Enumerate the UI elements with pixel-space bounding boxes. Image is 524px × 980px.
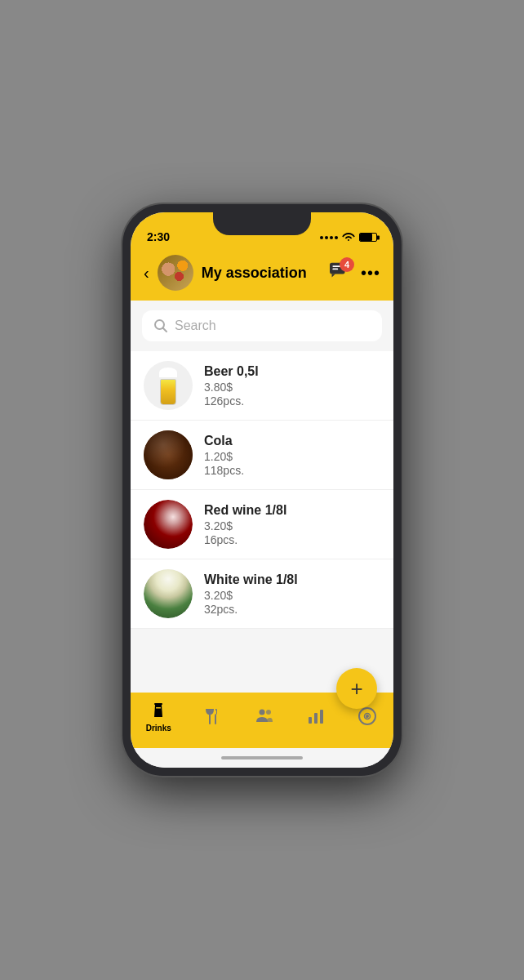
status-icons (320, 231, 377, 243)
svg-point-8 (259, 710, 264, 715)
svg-rect-3 (332, 269, 338, 270)
product-price: 3.20$ (204, 589, 380, 602)
chat-button[interactable]: 4 (328, 262, 349, 283)
list-item[interactable]: Cola 1.20$ 118pcs. (131, 421, 393, 490)
nav-item-members[interactable] (254, 706, 275, 727)
svg-line-5 (163, 328, 167, 332)
phone-screen: 2:30 ‹ My association (131, 212, 393, 768)
notch (213, 212, 311, 235)
avatar (158, 255, 193, 291)
phone-frame: 2:30 ‹ My association (122, 204, 402, 776)
battery-icon (359, 233, 377, 242)
nav-item-stats[interactable] (305, 706, 326, 727)
product-info-whitewine: White wine 1/8l 3.20$ 32pcs. (204, 572, 380, 616)
svg-rect-7 (156, 707, 161, 709)
svg-point-9 (266, 710, 271, 715)
product-image-whitewine (144, 569, 193, 618)
product-image-cola (144, 430, 193, 479)
product-list: Beer 0,5l 3.80$ 126pcs. Cola 1.20$ 118pc… (131, 351, 393, 693)
product-name: Cola (204, 434, 380, 448)
search-icon (153, 318, 168, 333)
food-icon (202, 706, 223, 727)
product-name: Red wine 1/8l (204, 503, 380, 518)
add-button[interactable]: + (336, 668, 377, 709)
list-item[interactable]: Red wine 1/8l 3.20$ 16pcs. (131, 490, 393, 559)
svg-rect-12 (320, 710, 323, 724)
svg-text:€: € (366, 715, 369, 720)
svg-rect-11 (314, 713, 318, 724)
product-info-cola: Cola 1.20$ 118pcs. (204, 434, 380, 477)
product-name: Beer 0,5l (204, 364, 380, 379)
search-container: Search (131, 301, 393, 351)
product-qty: 16pcs. (204, 533, 380, 546)
nav-item-food[interactable] (202, 706, 223, 727)
fab-container: + (336, 668, 377, 709)
svg-rect-10 (309, 717, 312, 724)
members-icon (254, 706, 275, 727)
search-placeholder[interactable]: Search (175, 318, 216, 333)
nav-label-drinks: Drinks (146, 724, 171, 733)
app-header: ‹ My association 4 ••• (131, 248, 393, 301)
nav-item-drinks[interactable]: Drinks (146, 700, 171, 733)
list-item[interactable]: Beer 0,5l 3.80$ 126pcs. (131, 351, 393, 421)
status-time: 2:30 (147, 230, 170, 243)
product-name: White wine 1/8l (204, 572, 380, 587)
product-qty: 118pcs. (204, 464, 380, 477)
product-qty: 32pcs. (204, 603, 380, 616)
wifi-icon (342, 231, 355, 243)
stats-icon (305, 706, 326, 727)
page-title: My association (202, 265, 320, 282)
svg-rect-6 (154, 703, 162, 705)
product-price: 3.80$ (204, 381, 380, 394)
search-box: Search (142, 310, 382, 341)
svg-marker-1 (332, 274, 335, 277)
product-price: 1.20$ (204, 450, 380, 463)
signal-icon (320, 236, 338, 239)
notification-badge: 4 (340, 257, 354, 272)
product-qty: 126pcs. (204, 394, 380, 408)
drinks-icon (148, 700, 169, 721)
product-price: 3.20$ (204, 519, 380, 532)
product-info-redwine: Red wine 1/8l 3.20$ 16pcs. (204, 503, 380, 546)
product-image-redwine (144, 500, 193, 549)
more-button[interactable]: ••• (361, 264, 380, 283)
header-actions: 4 ••• (328, 262, 380, 283)
back-button[interactable]: ‹ (144, 264, 149, 283)
list-item[interactable]: White wine 1/8l 3.20$ 32pcs. (131, 559, 393, 629)
product-image-beer (144, 361, 193, 410)
home-indicator (131, 748, 393, 768)
product-info-beer: Beer 0,5l 3.80$ 126pcs. (204, 364, 380, 408)
